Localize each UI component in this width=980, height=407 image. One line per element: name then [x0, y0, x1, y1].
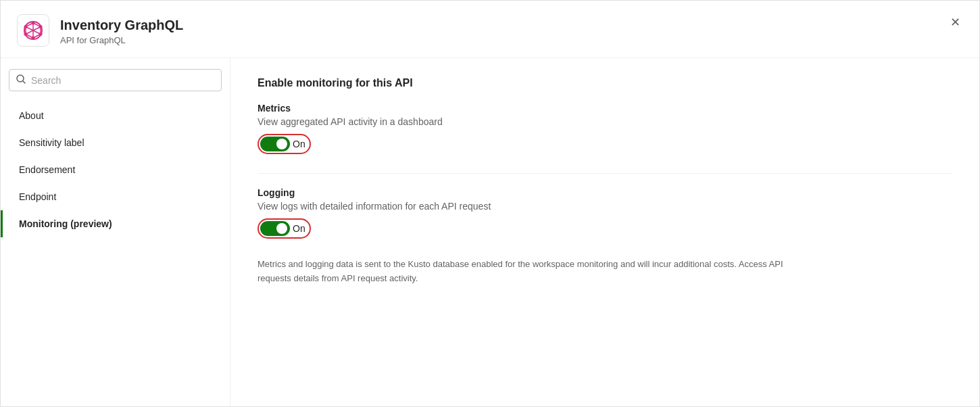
- sidebar-item-about[interactable]: About: [1, 102, 230, 129]
- metrics-toggle[interactable]: [260, 137, 290, 151]
- search-input[interactable]: [31, 75, 214, 86]
- section-title: Enable monitoring for this API: [258, 77, 952, 89]
- sidebar: About Sensitivity label Endorsement Endp…: [1, 58, 230, 406]
- app-icon: [17, 14, 49, 47]
- logging-description: View logs with detailed information for …: [258, 201, 952, 212]
- metrics-description: View aggregated API activity in a dashbo…: [258, 116, 952, 127]
- info-text: Metrics and logging data is sent to the …: [258, 258, 785, 286]
- logging-name: Logging: [258, 187, 952, 198]
- sidebar-item-endpoint[interactable]: Endpoint: [1, 183, 230, 210]
- search-box[interactable]: [9, 69, 222, 91]
- logging-toggle-row: On: [258, 218, 952, 239]
- dialog-header: Inventory GraphQL API for GraphQL ✕: [1, 1, 979, 58]
- header-text: Inventory GraphQL API for GraphQL: [60, 16, 183, 45]
- dialog-subtitle: API for GraphQL: [60, 35, 183, 45]
- logging-toggle-thumb: [276, 223, 287, 234]
- metrics-section: Metrics View aggregated API activity in …: [258, 103, 952, 154]
- logging-section: Logging View logs with detailed informat…: [258, 187, 952, 239]
- sidebar-item-monitoring[interactable]: Monitoring (preview): [1, 210, 230, 237]
- logging-toggle-wrapper: On: [258, 218, 311, 239]
- section-divider: [258, 173, 952, 174]
- logging-toggle[interactable]: [260, 221, 290, 236]
- metrics-name: Metrics: [258, 103, 952, 114]
- close-button[interactable]: ✕: [944, 11, 966, 33]
- metrics-toggle-label: On: [293, 139, 305, 149]
- logging-toggle-label: On: [293, 223, 305, 234]
- sidebar-item-endorsement[interactable]: Endorsement: [1, 156, 230, 183]
- search-icon: [16, 74, 26, 86]
- metrics-toggle-thumb: [276, 139, 287, 149]
- dialog-title: Inventory GraphQL: [60, 16, 183, 34]
- dialog-body: About Sensitivity label Endorsement Endp…: [1, 58, 979, 406]
- metrics-toggle-track: [260, 137, 290, 151]
- sidebar-item-sensitivity-label[interactable]: Sensitivity label: [1, 129, 230, 156]
- main-content: Enable monitoring for this API Metrics V…: [230, 58, 979, 406]
- settings-dialog: Inventory GraphQL API for GraphQL ✕ Abou…: [0, 0, 980, 407]
- svg-line-17: [23, 81, 25, 83]
- metrics-toggle-row: On: [258, 134, 952, 154]
- metrics-toggle-wrapper: On: [258, 134, 311, 154]
- logging-toggle-track: [260, 221, 290, 236]
